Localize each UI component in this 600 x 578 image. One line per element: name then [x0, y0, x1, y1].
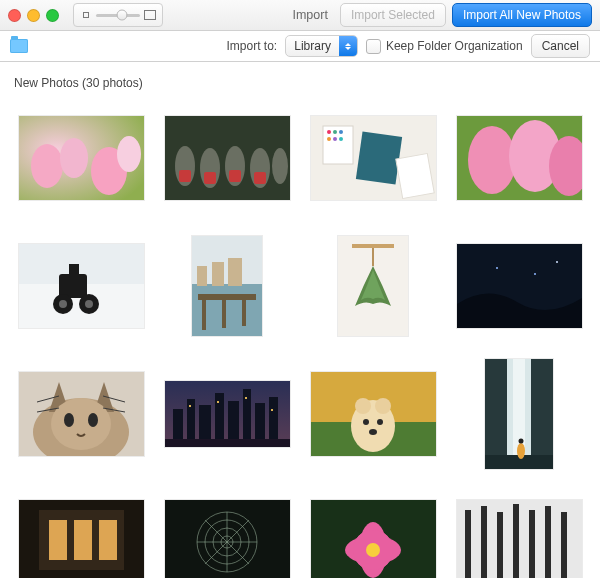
- svg-rect-115: [513, 504, 519, 578]
- svg-rect-14: [204, 172, 216, 184]
- svg-rect-65: [173, 409, 183, 439]
- cancel-button[interactable]: Cancel: [531, 34, 590, 58]
- svg-rect-45: [202, 300, 206, 330]
- photo-thumb[interactable]: [452, 364, 586, 464]
- svg-rect-67: [199, 405, 211, 439]
- svg-point-38: [85, 300, 93, 308]
- svg-rect-73: [189, 405, 191, 407]
- svg-point-23: [327, 137, 331, 141]
- svg-point-3: [31, 144, 63, 188]
- svg-point-53: [534, 273, 536, 275]
- thumbnail-zoom-slider[interactable]: [96, 14, 140, 17]
- svg-rect-36: [69, 264, 79, 276]
- svg-rect-46: [222, 300, 226, 328]
- checkbox-box: [366, 39, 381, 54]
- import-to-select[interactable]: Library: [285, 35, 358, 57]
- svg-point-81: [355, 398, 371, 414]
- photo-thumb[interactable]: [306, 108, 440, 208]
- svg-rect-112: [465, 510, 471, 578]
- select-stepper-icon: [339, 36, 357, 56]
- svg-point-6: [117, 136, 141, 172]
- svg-rect-95: [99, 520, 117, 560]
- svg-point-4: [60, 138, 88, 178]
- zoom-window-button[interactable]: [46, 9, 59, 22]
- svg-rect-49: [352, 244, 394, 248]
- svg-rect-41: [197, 266, 207, 286]
- zoom-small-icon: [80, 10, 92, 20]
- new-photos-heading: New Photos (30 photos): [14, 76, 586, 90]
- svg-point-25: [339, 137, 343, 141]
- svg-rect-113: [481, 506, 487, 578]
- svg-rect-71: [255, 403, 265, 439]
- svg-rect-70: [243, 389, 251, 439]
- photo-thumb[interactable]: [14, 364, 148, 464]
- keep-folder-organization-label: Keep Folder Organization: [386, 39, 523, 53]
- photo-grid: [14, 108, 586, 578]
- svg-point-84: [377, 419, 383, 425]
- zoom-large-icon: [144, 10, 156, 20]
- svg-point-54: [556, 261, 558, 263]
- svg-rect-94: [74, 520, 92, 560]
- photo-thumb[interactable]: [452, 492, 586, 578]
- photo-thumb[interactable]: [160, 492, 294, 578]
- photo-thumb[interactable]: [306, 364, 440, 464]
- svg-rect-1: [145, 11, 156, 20]
- svg-rect-118: [561, 512, 567, 578]
- photo-thumb[interactable]: [14, 236, 148, 336]
- svg-rect-114: [497, 512, 503, 578]
- photo-thumb[interactable]: [160, 236, 294, 336]
- slider-knob[interactable]: [117, 10, 128, 21]
- svg-point-90: [519, 439, 524, 444]
- window-controls: [8, 9, 59, 22]
- svg-point-57: [51, 398, 111, 450]
- svg-point-52: [496, 267, 498, 269]
- thumbnail-zoom-control[interactable]: [73, 3, 163, 27]
- svg-rect-69: [228, 401, 239, 439]
- photo-thumb[interactable]: [452, 108, 586, 208]
- import-to-label: Import to:: [227, 39, 278, 53]
- svg-rect-96: [165, 500, 290, 578]
- keep-folder-organization-checkbox[interactable]: Keep Folder Organization: [366, 39, 523, 54]
- photo-thumb[interactable]: [452, 236, 586, 336]
- import-content: New Photos (30 photos): [0, 62, 600, 578]
- source-folder-icon[interactable]: [10, 39, 28, 53]
- import-selected-button[interactable]: Import Selected: [340, 3, 446, 27]
- svg-rect-43: [228, 258, 242, 286]
- close-window-button[interactable]: [8, 9, 21, 22]
- import-all-button[interactable]: Import All New Photos: [452, 3, 592, 27]
- titlebar: Import Import Selected Import All New Ph…: [0, 0, 600, 31]
- svg-rect-18: [355, 131, 401, 184]
- photo-thumb[interactable]: [306, 236, 440, 336]
- photo-thumb[interactable]: [306, 492, 440, 578]
- import-to-value: Library: [286, 39, 339, 53]
- minimize-window-button[interactable]: [27, 9, 40, 22]
- photo-thumb[interactable]: [160, 364, 294, 464]
- photo-thumb[interactable]: [160, 108, 294, 208]
- svg-rect-93: [49, 520, 67, 560]
- svg-rect-76: [271, 409, 273, 411]
- svg-point-83: [363, 419, 369, 425]
- photo-thumb[interactable]: [14, 492, 148, 578]
- svg-rect-68: [215, 393, 224, 439]
- svg-point-37: [59, 300, 67, 308]
- svg-point-82: [375, 398, 391, 414]
- svg-rect-74: [217, 401, 219, 403]
- svg-point-89: [517, 443, 525, 459]
- svg-rect-75: [245, 397, 247, 399]
- svg-rect-72: [269, 397, 278, 439]
- svg-point-85: [369, 429, 377, 435]
- svg-point-59: [88, 413, 98, 427]
- svg-rect-15: [229, 170, 241, 182]
- svg-point-110: [366, 543, 380, 557]
- svg-point-20: [327, 130, 331, 134]
- svg-point-22: [339, 130, 343, 134]
- svg-rect-0: [84, 13, 89, 18]
- options-bar: Import to: Library Keep Folder Organizat…: [0, 31, 600, 62]
- photo-thumb[interactable]: [14, 108, 148, 208]
- svg-point-12: [272, 148, 288, 184]
- svg-point-24: [333, 137, 337, 141]
- svg-rect-117: [545, 506, 551, 578]
- svg-rect-44: [198, 294, 256, 300]
- svg-rect-13: [179, 170, 191, 182]
- svg-point-58: [64, 413, 74, 427]
